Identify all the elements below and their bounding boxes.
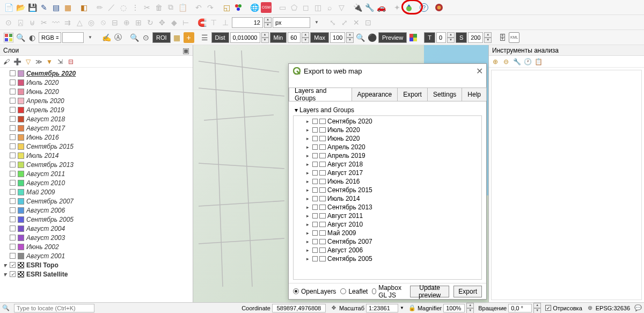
layer-row[interactable]: ▾✓ESRI Topo [2,260,191,270]
layer-settings-icon[interactable]: ▤ [50,2,61,13]
layer-visibility-checkbox[interactable] [10,253,16,259]
del-part-icon[interactable]: ⊟ [109,17,120,28]
tree-row[interactable]: ▸Май 2009 [295,229,480,237]
layer-visibility-checkbox[interactable] [10,116,16,122]
layer-visibility-checkbox[interactable] [10,198,16,204]
tree-checkbox[interactable] [312,239,318,244]
car-icon[interactable]: 🚗 [376,2,386,13]
dialog-tab[interactable]: Help [462,88,487,101]
tree-collapse-icon[interactable]: ▾ [293,106,299,114]
layer-visibility-checkbox[interactable]: ✓ [10,262,16,268]
tree-checkbox[interactable] [312,230,318,236]
expand-icon[interactable]: ▾ [2,261,8,269]
tree-expand-icon[interactable]: ▸ [306,205,311,210]
layer-row[interactable]: Июнь 2002 [2,242,191,251]
layer-filter-icon[interactable]: ▽ [24,57,32,66]
quad-icon[interactable] [408,32,419,43]
layer-visibility-checkbox[interactable] [10,162,16,168]
layer-row[interactable]: Сентябрь 2007 [2,196,191,206]
analysis-icon2[interactable]: ⊖ [502,57,510,66]
merge-icon[interactable]: ⊎ [27,17,38,28]
orfeo-icon[interactable] [434,2,444,13]
tree-expand-icon[interactable]: ▸ [306,213,311,219]
rgb-input[interactable] [39,32,61,43]
render-checkbox[interactable]: ✓ [545,305,551,311]
tree-header[interactable]: ▾ Layers and Groups [293,105,482,115]
radio-leaflet[interactable]: Leaflet [340,288,368,295]
raster-icon[interactable]: ◱ [221,2,232,13]
undo-icon[interactable]: ↶ [193,2,204,13]
rotation-input[interactable] [508,304,532,312]
auto-icon[interactable]: Ⓐ [113,32,123,43]
min-input[interactable] [288,32,301,43]
rgb-value-input[interactable] [62,32,84,43]
tree-row[interactable]: ▸Сентябрь 2005 [295,254,480,263]
adv4-icon[interactable]: ⊡ [363,17,374,28]
tree-checkbox[interactable] [312,256,318,261]
edit-pencil-icon[interactable]: ✏ [94,2,105,13]
dialog-tab[interactable]: Appearance [352,88,398,101]
layer-row[interactable]: Август 2006 [2,206,191,215]
redo-icon[interactable]: ↷ [205,2,216,13]
layer-filter2-icon[interactable]: ▼ [45,57,54,66]
tree-checkbox[interactable] [312,196,318,201]
deselect-icon[interactable]: ◻ [301,2,311,13]
rgb-dropdown-icon[interactable]: ▼ [85,32,96,43]
tree-row[interactable]: ▸Август 2018 [295,160,480,169]
add-feature-icon[interactable]: ◌ [118,2,129,13]
preview-button[interactable]: Preview [378,32,407,43]
tree-checkbox[interactable] [312,170,318,176]
tree-expand-icon[interactable]: ▸ [306,248,311,253]
coordinate-input[interactable] [272,304,326,312]
node-tool-icon[interactable]: ⊙ [3,17,14,28]
layer-visibility-checkbox[interactable] [10,152,16,158]
expand-icon[interactable]: ▾ [2,271,8,278]
layer-visibility-checkbox[interactable] [10,189,16,195]
tree-expand-icon[interactable]: ▸ [306,144,311,150]
circle-icon[interactable]: ⊙ [141,32,151,43]
s-input[interactable] [468,32,483,43]
web-star-icon[interactable]: ✦ [392,2,402,13]
tree-checkbox[interactable] [312,153,318,158]
layer-remove-icon[interactable]: ⊟ [67,57,75,66]
dialog-titlebar[interactable]: Export to web map ✕ [289,64,486,78]
snap-icon[interactable]: 🧲 [196,17,207,28]
dialog-tab[interactable]: Export [397,88,428,101]
locate-search-icon[interactable]: 🔍 [2,304,10,312]
layout-icon[interactable]: ▦ [62,2,73,13]
dist-spinner[interactable]: ▲▼ [261,32,269,43]
unit-dropdown-icon[interactable]: ▼ [311,17,322,28]
layer-row[interactable]: Сентябрь 2013 [2,160,191,169]
max-input[interactable] [330,32,345,43]
tree-row[interactable]: ▸Август 2010 [295,220,480,229]
del-ring-icon[interactable]: ⦸ [98,17,108,28]
tree-checkbox[interactable] [312,248,318,253]
search2-icon[interactable]: 🔍 [129,32,140,43]
roi-add-icon[interactable]: + [184,32,194,43]
analysis-icon1[interactable]: ⊕ [491,57,500,66]
filter-icon[interactable]: ▽ [336,2,347,13]
radio-openlayers[interactable]: OpenLayers [293,288,336,295]
layer-visibility-checkbox[interactable] [10,235,16,241]
tree-expand-icon[interactable]: ▸ [306,136,311,141]
copy-icon[interactable]: ⧉ [165,2,176,13]
tree-checkbox[interactable] [312,127,318,133]
layers-tree[interactable]: ▸Сентябрь 2020▸Июль 2020▸Июнь 2020▸Апрел… [293,115,482,280]
delete-icon[interactable]: 🗑 [153,2,164,13]
layer-visibility-checkbox[interactable]: ✓ [10,271,16,277]
tree-expand-icon[interactable]: ▸ [306,256,311,261]
adv1-icon[interactable]: ⤡ [327,17,338,28]
save-icon[interactable]: 💾 [27,2,38,13]
edit-line-icon[interactable]: ／ [106,2,117,13]
vertex-icon[interactable]: ◆ [169,17,179,28]
help-icon[interactable]: ? [420,3,428,12]
snap-size-spinner[interactable]: ▲▼ [264,17,272,28]
rotation-spinner[interactable]: ▲▼ [533,303,541,314]
layer-row[interactable]: Сентябрь 2005 [2,215,191,224]
layer-visibility-checkbox[interactable] [10,89,16,94]
layer-row[interactable]: Август 2001 [2,251,191,260]
analysis-icon5[interactable]: 📋 [534,57,543,66]
tree-row[interactable]: ▸Сентябрь 2007 [295,237,480,246]
tree-expand-icon[interactable]: ▸ [306,230,311,236]
layer-visibility-checkbox[interactable] [10,180,16,186]
